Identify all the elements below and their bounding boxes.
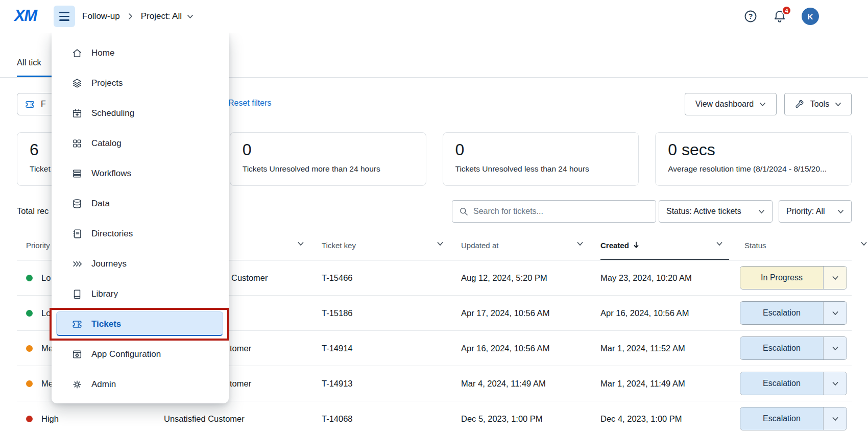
chevron-down-icon[interactable] — [823, 302, 847, 324]
stat-value: 0 — [455, 139, 626, 160]
stat-value: 0 secs — [668, 139, 839, 160]
breadcrumb-section[interactable]: Follow-up — [82, 11, 120, 21]
menu-item-projects[interactable]: Projects — [52, 68, 229, 98]
help-button[interactable]: ? — [743, 9, 758, 23]
menu-item-label: Tickets — [91, 319, 121, 329]
column-menu-chevron[interactable] — [860, 242, 867, 246]
priority-dot — [26, 416, 33, 422]
menu-item-label: Scheduling — [91, 108, 134, 118]
menu-item-catalog[interactable]: Catalog — [52, 128, 229, 158]
notification-count-badge: 4 — [782, 6, 791, 15]
chevron-down-icon[interactable] — [823, 267, 847, 289]
column-menu-chevron[interactable] — [297, 242, 304, 246]
ticket-key: T-14068 — [322, 401, 353, 434]
chevron-down-icon — [835, 102, 841, 107]
updated-at: Dec 5, 2023, 1:00 PM — [461, 401, 543, 434]
column-priority[interactable]: Priority — [26, 230, 50, 260]
status-dropdown[interactable]: Escalation — [740, 301, 847, 325]
tools-button[interactable]: Tools — [784, 93, 852, 115]
ticket-key: T-15186 — [322, 296, 353, 331]
wrench-icon — [794, 99, 805, 109]
data-icon — [71, 198, 83, 209]
column-created[interactable]: Created — [600, 230, 639, 260]
status-dropdown[interactable]: Escalation — [740, 372, 847, 395]
requester-label: Unsatisfied Customer — [164, 401, 245, 434]
requester-label: tomer — [230, 366, 251, 401]
menu-item-label: Admin — [91, 379, 116, 390]
menu-item-admin[interactable]: Admin — [52, 369, 229, 399]
column-menu-chevron[interactable] — [576, 242, 584, 246]
status-dropdown[interactable]: In Progress — [740, 266, 847, 290]
requester-label: Customer — [231, 260, 268, 296]
notifications-button[interactable]: 4 — [773, 9, 787, 23]
updated-at: Apr 16, 2024, 10:56 AM — [461, 331, 549, 366]
ticket-key: T-14913 — [322, 366, 353, 401]
search-input[interactable] — [473, 207, 649, 216]
menu-item-data[interactable]: Data — [52, 188, 229, 219]
chevron-down-icon — [187, 14, 194, 19]
chevron-down-icon[interactable] — [823, 372, 847, 395]
status-label: In Progress — [740, 267, 823, 289]
global-menu-button[interactable] — [54, 6, 75, 27]
breadcrumb-project-dropdown[interactable]: Project: All — [141, 11, 194, 21]
priority-dot — [26, 310, 33, 317]
menu-item-directories[interactable]: Directories — [52, 219, 229, 249]
menu-item-label: Library — [91, 289, 118, 299]
view-dashboard-button[interactable]: View dashboard — [685, 93, 777, 115]
menu-item-label: Workflows — [91, 168, 131, 179]
priority-label: Lo — [41, 260, 51, 296]
updated-at: Mar 4, 2024, 11:49 AM — [461, 366, 546, 401]
stat-card-unresolved-less-24h: 0 Tickets Unresolved less than 24 hours — [443, 132, 639, 186]
priority-dot — [26, 275, 33, 281]
catalog-icon — [71, 138, 83, 149]
avatar[interactable]: K — [802, 8, 819, 25]
column-status[interactable]: Status — [744, 230, 766, 260]
menu-item-library[interactable]: Library — [52, 279, 229, 309]
priority-label: Lo — [41, 296, 51, 331]
menu-item-app-configuration[interactable]: App Configuration — [52, 339, 229, 369]
stat-value: 0 — [243, 139, 414, 160]
chevron-down-icon[interactable] — [823, 337, 847, 359]
search-icon — [459, 206, 469, 216]
chevron-right-icon — [128, 13, 133, 20]
menu-item-tickets[interactable]: Tickets — [52, 309, 229, 339]
column-menu-chevron[interactable] — [437, 242, 444, 246]
menu-item-workflows[interactable]: Workflows — [52, 158, 229, 188]
ticket-search[interactable] — [452, 200, 656, 223]
status-label: Escalation — [740, 407, 823, 430]
reset-filters-link[interactable]: Reset filters — [228, 99, 271, 108]
stat-card-avg-resolution: 0 secs Average resolution time (8/1/2024… — [655, 132, 852, 186]
xm-logo[interactable]: XM — [14, 7, 37, 25]
status-dropdown[interactable]: Escalation — [740, 407, 847, 430]
priority-label: High — [41, 401, 59, 434]
status-filter-dropdown[interactable]: Status: Active tickets — [659, 200, 773, 223]
created-at: Apr 16, 2024, 10:56 AM — [600, 296, 689, 331]
chevron-down-icon — [837, 209, 844, 214]
stat-label: Tickets Unresolved less than 24 hours — [455, 164, 626, 174]
chevron-down-icon — [758, 209, 765, 214]
chevron-down-icon[interactable] — [823, 407, 847, 430]
requester-label: tomer — [230, 331, 251, 366]
priority-filter-dropdown[interactable]: Priority: All — [779, 200, 852, 223]
priority-dot — [26, 345, 33, 352]
menu-item-home[interactable]: Home — [52, 38, 229, 68]
tab-label: All tick — [17, 58, 41, 67]
created-at: Mar 1, 2024, 11:49 AM — [600, 366, 685, 401]
status-dropdown[interactable]: Escalation — [740, 336, 847, 360]
menu-item-label: Home — [91, 48, 114, 58]
tools-label: Tools — [810, 100, 829, 109]
column-ticket-key[interactable]: Ticket key — [322, 230, 356, 260]
journeys-icon — [71, 258, 83, 270]
admin-icon — [71, 379, 83, 390]
column-menu-chevron[interactable] — [716, 242, 723, 246]
created-at: Mar 1, 2024, 11:52 AM — [600, 331, 685, 366]
menu-item-journeys[interactable]: Journeys — [52, 249, 229, 279]
menu-item-scheduling[interactable]: Scheduling — [52, 98, 229, 128]
menu-item-label: App Configuration — [91, 349, 161, 359]
status-filter-label: Status: Active tickets — [666, 207, 741, 216]
column-updated-at[interactable]: Updated at — [461, 230, 498, 260]
app-switcher-icon[interactable] — [834, 9, 848, 23]
table-row[interactable]: High Unsatisfied Customer T-14068 Dec 5,… — [17, 401, 852, 434]
stat-label: Average resolution time (8/1/2024 - 8/15… — [668, 164, 839, 174]
created-at: Dec 4, 2023, 1:00 PM — [600, 401, 682, 434]
